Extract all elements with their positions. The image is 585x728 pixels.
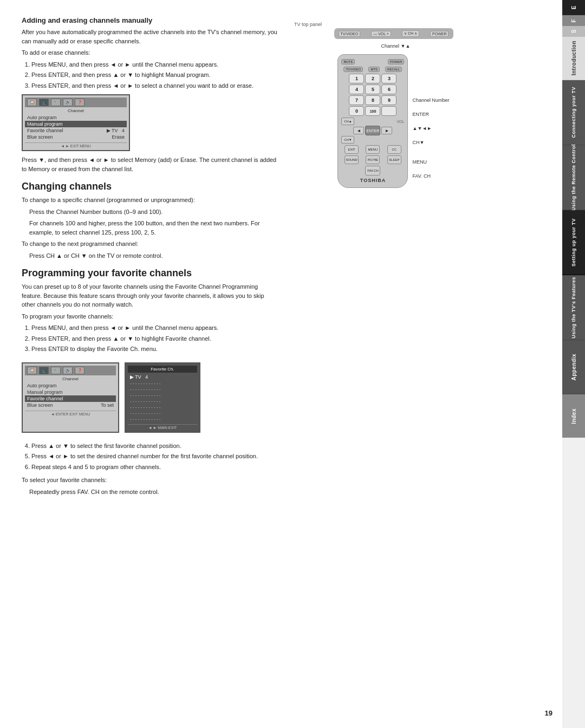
- remote-recall-btn[interactable]: RECALL: [385, 67, 402, 72]
- programming-step-3: Press ENTER to display the Favorite Ch. …: [31, 344, 278, 354]
- tv-btn-channel[interactable]: ∨ CH ∧: [402, 30, 419, 37]
- remote-sound-btn[interactable]: SOUND: [344, 155, 359, 164]
- tab-using-remote[interactable]: Using the Remote Control: [562, 145, 585, 210]
- menu3-item-2: - - - - - - - - - - - -: [128, 380, 197, 386]
- menu3-footer: ◄ ► MAIN EXIT: [128, 424, 197, 430]
- tab-s[interactable]: S: [562, 26, 585, 37]
- menu3-item-1: ▶ TV 4: [128, 374, 197, 380]
- tab-f[interactable]: F: [562, 15, 585, 26]
- adding-step-3: Press ENTER, and then press ◄ or ► to se…: [31, 81, 278, 90]
- menu3-item-5: - - - - - - - - - - - -: [128, 398, 197, 404]
- remote-btn-6[interactable]: 6: [381, 84, 396, 94]
- programming-instruction: To program your favorite channels:: [22, 312, 278, 321]
- menu2-icon-tv: 📺: [39, 367, 49, 374]
- page-number: 19: [545, 709, 552, 717]
- programming-section-title: Programming your favorite channels: [22, 268, 278, 279]
- menu2-icon-sound: 🔊: [63, 367, 73, 374]
- menu-icon-sound: 🔊: [63, 99, 73, 106]
- remote-nav-area: CH▲ VOL ◄ ENTER ► CH▼: [341, 118, 404, 144]
- menu1-item-1: Auto program: [25, 114, 127, 121]
- remote-enter-btn[interactable]: ENTER: [365, 126, 380, 135]
- remote-mts-btn[interactable]: MTS: [368, 67, 380, 72]
- tab-setting-up[interactable]: Setting up your TV: [562, 210, 585, 275]
- remote-cc-btn[interactable]: CC: [387, 145, 401, 154]
- remote-btn-2[interactable]: 2: [365, 74, 380, 83]
- menu3-item-7: - - - - - - - - - - - -: [128, 410, 197, 416]
- menu1-item-3: Favorite channel ▶ TV 4: [25, 127, 127, 134]
- remote-btn-0[interactable]: 0: [349, 106, 364, 116]
- menu1-item-4: Blue screen Erase: [25, 134, 127, 140]
- tv-btn-tvvideo[interactable]: TV/VIDEO: [339, 31, 361, 37]
- adding-instruction: To add or erase channels:: [22, 48, 278, 57]
- remote-btn-1[interactable]: 1: [349, 74, 364, 83]
- remote-btn-3[interactable]: 3: [381, 74, 396, 83]
- remote-ch-up-top[interactable]: CH▲: [341, 118, 354, 125]
- menu1-item-2: Manual program: [25, 121, 127, 127]
- remote-tvvideo-btn[interactable]: TV/VIDEO: [343, 67, 363, 72]
- menu3-label: Favorite Ch.: [128, 366, 197, 373]
- remote-row2: TV/VIDEO MTS RECALL: [341, 67, 404, 72]
- menu1-footer: ◄ ► EXIT MENU: [25, 142, 127, 148]
- remote-power-btn[interactable]: POWER: [388, 59, 405, 64]
- remote-btn-5[interactable]: 5: [365, 84, 380, 94]
- remote-vol-label: VOL: [396, 120, 404, 123]
- remote-favch-btn[interactable]: FAV.CH: [365, 166, 380, 176]
- menu2-item-3: Favorite channel: [25, 395, 116, 402]
- tv-top-panel: TV/VIDEO — VOL + ∨ CH ∧ POWER: [334, 28, 453, 39]
- remote-control: MUTE POWER TV/VIDEO MTS RECALL 1: [337, 54, 408, 188]
- menu1-label: Channel: [25, 108, 127, 113]
- programming-step-1: Press MENU, and then press ◄ or ► until …: [31, 323, 278, 333]
- remote-nav-row: ◄ ENTER ►: [353, 126, 392, 135]
- remote-pic-btn[interactable]: PIC/TBE: [366, 155, 380, 164]
- remote-left-btn[interactable]: ◄: [353, 127, 364, 134]
- tv-btn-power[interactable]: POWER: [430, 31, 448, 37]
- tab-appendix[interactable]: Appendix: [562, 340, 585, 394]
- adding-body1: After you have automatically programmed …: [22, 28, 278, 46]
- menu2-item-2: Manual program: [25, 389, 116, 395]
- tab-introduction[interactable]: Introduction: [562, 37, 585, 80]
- changing-instruction1: Press the Channel Number buttons (0–9 an…: [22, 207, 278, 217]
- remote-btn-4[interactable]: 4: [349, 84, 364, 94]
- bottom-menus-container: 🏠 📺 🔧 🔊 ❓ Channel Auto program Manual pr…: [22, 358, 278, 437]
- changing-instruction3: Press CH ▲ or CH ▼ on the TV or remote c…: [22, 251, 278, 261]
- menu2-icon-tools: 🔧: [51, 367, 61, 374]
- programming-instruction2: Repeatedly press FAV. CH on the remote c…: [22, 487, 278, 497]
- menu3-item-6: - - - - - - - - - - - -: [128, 404, 197, 410]
- remote-btn-7[interactable]: 7: [349, 95, 364, 105]
- remote-btn-100[interactable]: 100: [365, 106, 380, 116]
- remote-exit-btn[interactable]: EXIT: [344, 145, 359, 154]
- programming-body1: You can preset up to 8 of your favorite …: [22, 282, 278, 309]
- menu-icon-help: ❓: [75, 99, 84, 106]
- menu-screen-1: 🏠 📺 🔧 🔊 ❓ Channel Auto program Manual pr…: [22, 94, 130, 151]
- tab-e[interactable]: E: [562, 0, 585, 15]
- remote-mute-btn[interactable]: MUTE: [341, 59, 355, 64]
- menu2-icon-help: ❓: [75, 367, 84, 374]
- remote-menu-btn[interactable]: MENU: [366, 145, 380, 154]
- label-channel-number: Channel Number: [412, 98, 449, 103]
- remote-right-labels: Channel Number ENTER ▲▼◄► CH▼ MENU FAV. …: [412, 54, 449, 179]
- remote-top-row: MUTE POWER: [341, 59, 404, 64]
- channel-arrows-label: Channel ▼▲: [377, 43, 411, 49]
- menu-icon-tools: 🔧: [51, 99, 61, 106]
- label-arrows: ▲▼◄►: [412, 126, 449, 131]
- remote-sleep-btn[interactable]: SLEEP: [387, 155, 401, 164]
- tab-connecting[interactable]: Connecting your TV: [562, 80, 585, 145]
- menu2-icon-home: 🏠: [27, 367, 37, 374]
- menu2-label: Channel: [25, 376, 116, 381]
- remote-btn-empty: [381, 106, 396, 116]
- programming-steps-continued: Press ▲ or ▼ to select the first favorit…: [22, 441, 278, 472]
- adding-step-1: Press MENU, and then press ◄ or ► until …: [31, 60, 278, 69]
- adding-section-title: Adding and erasing channels manually: [22, 16, 278, 24]
- remote-btn-9[interactable]: 9: [381, 95, 396, 105]
- remote-btn-8[interactable]: 8: [365, 95, 380, 105]
- tab-tv-features[interactable]: Using the TV's Features: [562, 275, 585, 340]
- adding-step4: Press ▼, and then press ◄ or ► to select…: [22, 155, 278, 173]
- remote-right-btn[interactable]: ►: [381, 127, 392, 134]
- main-content: Adding and erasing channels manually Aft…: [0, 0, 515, 728]
- tv-btn-volume[interactable]: — VOL +: [371, 31, 391, 37]
- tab-index[interactable]: Index: [562, 394, 585, 438]
- right-tabs: E F S Introduction Connecting your TV Us…: [562, 0, 585, 728]
- programming-step-2: Press ENTER, and then press ▲ or ▼ to hi…: [31, 334, 278, 343]
- toshiba-brand: TOSHIBA: [341, 178, 404, 183]
- remote-ch-down-bottom[interactable]: CH▼: [341, 136, 354, 144]
